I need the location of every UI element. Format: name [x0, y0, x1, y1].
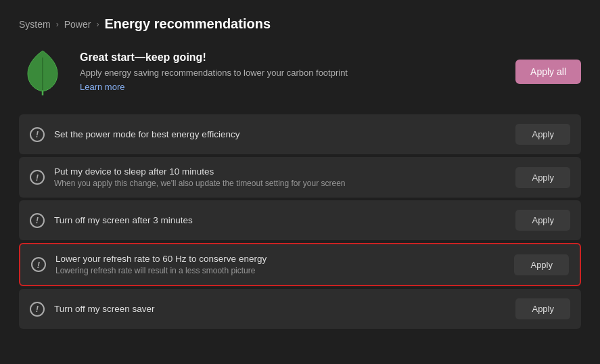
row-title: Lower your refresh rate to 60 Hz to cons…	[55, 254, 267, 264]
row-left: ! Put my device to sleep after 10 minute…	[30, 166, 346, 188]
info-icon: !	[30, 170, 45, 185]
info-icon: !	[31, 257, 46, 272]
row-text: Turn off my screen after 3 minutes	[54, 215, 193, 225]
row-title: Turn off my screen after 3 minutes	[54, 215, 193, 225]
row-title: Put my device to sleep after 10 minutes	[54, 166, 346, 177]
header-left: Great start—keep going! Apply energy sav…	[19, 48, 348, 95]
row-text: Lower your refresh rate to 60 Hz to cons…	[55, 254, 267, 275]
row-text: Put my device to sleep after 10 minutes …	[54, 166, 346, 188]
recommendations-list: ! Set the power mode for best energy eff…	[19, 114, 581, 329]
recommendation-row-screen-off: ! Turn off my screen after 3 minutes App…	[19, 200, 581, 240]
row-title: Turn off my screen saver	[54, 304, 155, 314]
breadcrumb-power[interactable]: Power	[64, 19, 91, 30]
breadcrumb-sep-1: ›	[56, 20, 59, 29]
info-icon: !	[30, 127, 45, 142]
header-text: Great start—keep going! Apply energy sav…	[80, 51, 348, 93]
info-icon: !	[30, 213, 45, 228]
row-subtitle: When you apply this change, we'll also u…	[54, 179, 346, 188]
leaf-icon	[19, 48, 66, 95]
row-left: ! Lower your refresh rate to 60 Hz to co…	[31, 254, 267, 275]
header-section: Great start—keep going! Apply energy sav…	[19, 48, 581, 98]
row-left: ! Turn off my screen saver	[30, 302, 155, 317]
recommendation-row-screen-saver: ! Turn off my screen saver Apply	[19, 289, 581, 329]
header-description: Apply energy saving recommendations to l…	[80, 68, 348, 78]
recommendation-row-refresh-rate: ! Lower your refresh rate to 60 Hz to co…	[19, 243, 581, 286]
apply-button-refresh-rate[interactable]: Apply	[514, 254, 569, 275]
row-left: ! Set the power mode for best energy eff…	[30, 127, 239, 142]
apply-all-button[interactable]: Apply all	[515, 60, 581, 84]
apply-button-sleep-mode[interactable]: Apply	[515, 167, 570, 188]
row-title: Set the power mode for best energy effic…	[54, 129, 239, 139]
row-left: ! Turn off my screen after 3 minutes	[30, 213, 193, 228]
breadcrumb-current: Energy recommendations	[104, 16, 271, 32]
recommendation-row-sleep-mode: ! Put my device to sleep after 10 minute…	[19, 157, 581, 198]
breadcrumb: System › Power › Energy recommendations	[19, 16, 581, 32]
breadcrumb-sep-2: ›	[96, 20, 99, 29]
row-text: Turn off my screen saver	[54, 304, 155, 314]
recommendation-row-power-mode: ! Set the power mode for best energy eff…	[19, 114, 581, 154]
apply-button-power-mode[interactable]: Apply	[515, 124, 570, 145]
row-subtitle: Lowering refresh rate will result in a l…	[55, 266, 267, 275]
apply-button-screen-off[interactable]: Apply	[515, 210, 570, 231]
info-icon: !	[30, 302, 45, 317]
header-title: Great start—keep going!	[80, 51, 348, 64]
row-text: Set the power mode for best energy effic…	[54, 129, 239, 139]
breadcrumb-system[interactable]: System	[19, 19, 51, 30]
learn-more-link[interactable]: Learn more	[80, 82, 124, 92]
apply-button-screen-saver[interactable]: Apply	[515, 298, 570, 319]
